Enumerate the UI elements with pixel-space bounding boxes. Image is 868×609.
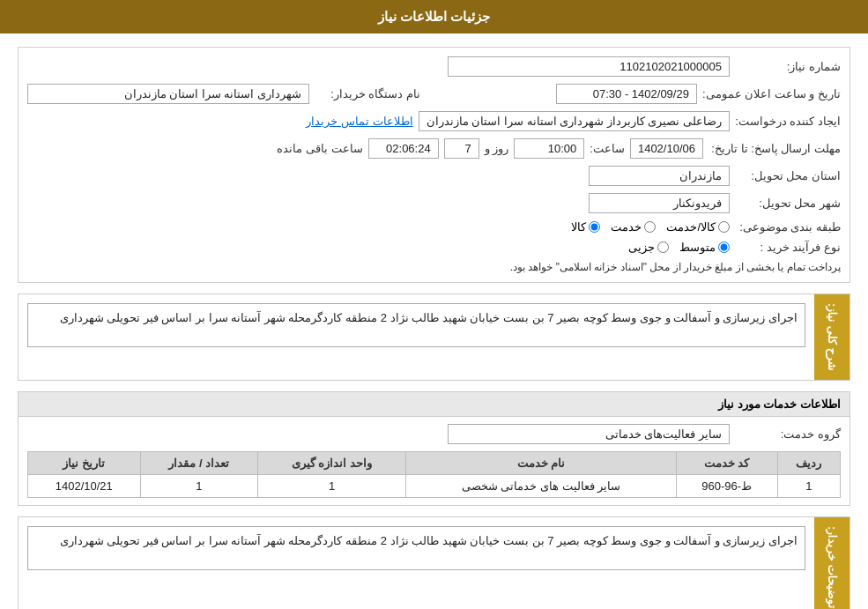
- process-radio-group: متوسط جزیی: [628, 241, 730, 254]
- category-radio-group: کالا/خدمت خدمت کالا: [571, 220, 730, 234]
- category-row: طبقه بندی موضوعی: کالا/خدمت خدمت کالا: [27, 220, 841, 234]
- page-title: جزئیات اطلاعات نیاز: [378, 9, 490, 24]
- services-section-title: اطلاعات خدمات مورد نیاز: [19, 392, 849, 417]
- col-date: تاریخ نیاز: [28, 451, 141, 474]
- buyer-notes-inner: توضیحات خریدار: اجرای زیرسازی و آسفالت و…: [19, 517, 849, 609]
- province-label: استان محل تحویل:: [735, 169, 841, 182]
- services-body: گروه خدمت: سایر فعالیت‌های خدماتی ردیف ک…: [19, 417, 849, 505]
- buyer-notes-value: اجرای زیرسازی و آسفالت و جوی وسط کوچه بص…: [27, 526, 805, 570]
- table-row: 1 ط-96-960 سایر فعالیت های خدماتی شخصی 1…: [28, 474, 841, 497]
- description-inner: شرح کلی نیاز: اجرای زیرسازی و آسفالت و ج…: [19, 294, 849, 380]
- city-label: شهر محل تحویل:: [735, 197, 841, 210]
- radio-motavaset-input[interactable]: [718, 241, 730, 253]
- page-wrapper: جزئیات اطلاعات نیاز شماره نیاز: 11021020…: [0, 0, 868, 609]
- reply-deadline-row: مهلت ارسال پاسخ: تا تاریخ: 1402/10/06 سا…: [27, 138, 841, 159]
- col-qty: تعداد / مقدار: [140, 451, 257, 474]
- buyer-notes-section-label: توضیحات خریدار:: [814, 517, 849, 609]
- services-section: اطلاعات خدمات مورد نیاز گروه خدمت: سایر …: [18, 391, 850, 506]
- order-number-value: 1102102021000005: [448, 56, 730, 77]
- cell-unit: 1: [257, 474, 405, 497]
- group-label: گروه خدمت:: [735, 427, 841, 441]
- radio-khedmat[interactable]: خدمت: [611, 220, 656, 234]
- contact-link[interactable]: اطلاعات تماس خریدار: [306, 115, 412, 128]
- cell-rownum: 1: [777, 474, 840, 497]
- col-rownum: ردیف: [777, 451, 840, 474]
- col-name: نام خدمت: [406, 451, 677, 474]
- public-announce-value: 1402/09/29 - 07:30: [556, 84, 697, 104]
- page-header: جزئیات اطلاعات نیاز: [0, 0, 868, 33]
- city-row: شهر محل تحویل: فریدونکنار: [27, 193, 841, 213]
- description-body: اجرای زیرسازی و آسفالت و جوی وسط کوچه بص…: [19, 294, 814, 380]
- cell-qty: 1: [140, 474, 257, 497]
- buyer-org-label: نام دستگاه خریدار:: [315, 87, 420, 100]
- cell-name: سایر فعالیت های خدماتی شخصی: [406, 474, 677, 497]
- creator-label: ایجاد کننده درخواست:: [735, 115, 841, 128]
- order-number-label: شماره نیاز:: [735, 60, 841, 73]
- description-section-label: شرح کلی نیاز:: [814, 294, 849, 380]
- radio-khedmat-input[interactable]: [644, 221, 656, 233]
- reply-deadline-label: مهلت ارسال پاسخ: تا تاریخ:: [708, 142, 841, 155]
- city-value: فریدونکنار: [589, 193, 730, 213]
- radio-jozii-label: جزیی: [628, 241, 655, 254]
- services-table: ردیف کد خدمت نام خدمت واحد اندازه گیری ت…: [27, 451, 841, 498]
- remaining-value: 02:06:24: [368, 138, 439, 159]
- radio-motavaset[interactable]: متوسط: [679, 241, 730, 254]
- process-note: پرداخت تمام یا بخشی از مبلغ خریدار از مح…: [27, 261, 841, 273]
- content-area: شماره نیاز: 1102102021000005 تاریخ و ساع…: [0, 33, 868, 609]
- reply-time-value: 10:00: [514, 138, 584, 159]
- info-section: شماره نیاز: 1102102021000005 تاریخ و ساع…: [18, 47, 850, 283]
- radio-kala-khedmat[interactable]: کالا/خدمت: [666, 220, 730, 234]
- info-body: شماره نیاز: 1102102021000005 تاریخ و ساع…: [19, 48, 849, 282]
- province-row: استان محل تحویل: مازندران: [27, 166, 841, 186]
- province-value: مازندران: [589, 166, 730, 186]
- buyer-notes-body: اجرای زیرسازی و آسفالت و جوی وسط کوچه بص…: [19, 517, 814, 609]
- radio-kala-khedmat-input[interactable]: [718, 221, 730, 233]
- reply-date-value: 1402/10/06: [630, 138, 703, 159]
- remaining-label: ساعت باقی مانده: [277, 142, 362, 155]
- buyer-notes-section: توضیحات خریدار: اجرای زیرسازی و آسفالت و…: [18, 516, 850, 609]
- radio-jozii[interactable]: جزیی: [628, 241, 669, 254]
- buyer-announce-row: تاریخ و ساعت اعلان عمومی: 1402/09/29 - 0…: [27, 84, 841, 104]
- creator-row: ایجاد کننده درخواست: رضاعلی نصیری کاربرد…: [27, 111, 841, 131]
- description-section: شرح کلی نیاز: اجرای زیرسازی و آسفالت و ج…: [18, 293, 850, 381]
- group-value: سایر فعالیت‌های خدماتی: [448, 424, 730, 444]
- reply-days-value: 7: [444, 138, 479, 159]
- cell-code: ط-96-960: [676, 474, 777, 497]
- description-value: اجرای زیرسازی و آسفالت و جوی وسط کوچه بص…: [27, 303, 805, 347]
- radio-kala[interactable]: کالا: [571, 220, 600, 234]
- col-unit: واحد اندازه گیری: [257, 451, 405, 474]
- radio-jozii-input[interactable]: [657, 241, 669, 253]
- process-label: نوع فرآیند خرید :: [735, 241, 841, 254]
- category-label: طبقه بندی موضوعی:: [735, 220, 841, 234]
- cell-date: 1402/10/21: [28, 474, 141, 497]
- col-code: کد خدمت: [676, 451, 777, 474]
- radio-kala-label: کالا: [571, 220, 586, 234]
- creator-value: رضاعلی نصیری کاربرداز شهرداری استانه سرا…: [419, 111, 730, 131]
- order-row: شماره نیاز: 1102102021000005: [27, 56, 841, 77]
- buyer-org-value: شهرداری استانه سرا استان مازندران: [27, 84, 309, 104]
- reply-time-label: ساعت:: [590, 142, 625, 155]
- radio-khedmat-label: خدمت: [611, 220, 642, 234]
- radio-kala-khedmat-label: کالا/خدمت: [666, 220, 716, 234]
- table-header-row: ردیف کد خدمت نام خدمت واحد اندازه گیری ت…: [28, 451, 841, 474]
- reply-days-label: روز و: [485, 142, 509, 155]
- group-row: گروه خدمت: سایر فعالیت‌های خدماتی: [27, 424, 841, 444]
- radio-kala-input[interactable]: [589, 221, 600, 233]
- public-announce-label: تاریخ و ساعت اعلان عمومی:: [702, 87, 841, 100]
- process-row: نوع فرآیند خرید : متوسط جزیی: [27, 241, 841, 254]
- radio-motavaset-label: متوسط: [679, 241, 716, 254]
